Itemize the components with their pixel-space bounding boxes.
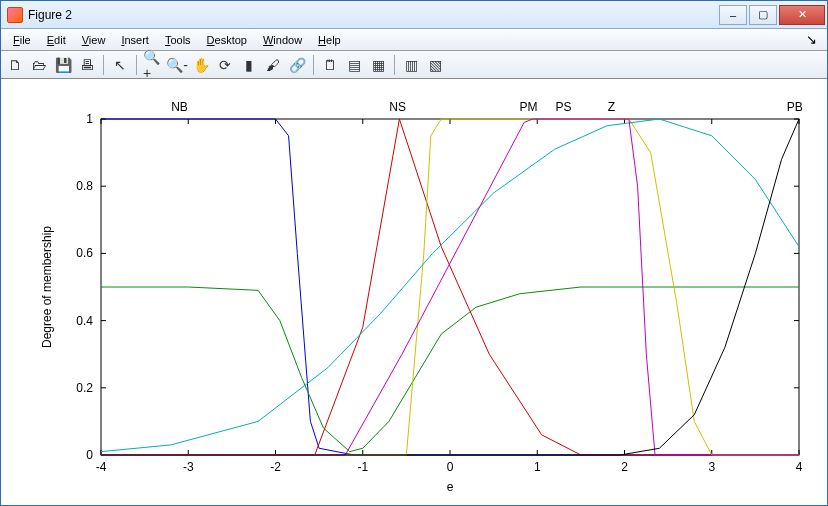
svg-text:Z: Z	[608, 100, 615, 114]
svg-text:0.4: 0.4	[76, 314, 93, 328]
svg-text:2: 2	[621, 460, 628, 474]
more-tools-icon[interactable]: ▧	[424, 54, 446, 76]
menu-desktop[interactable]: Desktop	[199, 32, 255, 48]
separator	[313, 55, 314, 75]
svg-text:3: 3	[708, 460, 715, 474]
figure-window: Figure 2 – ▢ ✕ File Edit View Insert Too…	[0, 0, 828, 506]
svg-text:-4: -4	[96, 460, 107, 474]
svg-text:NB: NB	[171, 100, 188, 114]
svg-text:PS: PS	[555, 100, 571, 114]
separator	[103, 55, 104, 75]
svg-text:1: 1	[86, 112, 93, 126]
pointer-icon[interactable]: ↖	[109, 54, 131, 76]
window-buttons: – ▢ ✕	[717, 5, 825, 25]
separator	[136, 55, 137, 75]
open-icon[interactable]: 🗁	[28, 54, 50, 76]
menu-file[interactable]: File	[5, 32, 39, 48]
hide-tools-icon[interactable]: ▥	[400, 54, 422, 76]
window-title: Figure 2	[28, 8, 717, 22]
svg-text:NS: NS	[389, 100, 406, 114]
new-figure-icon[interactable]: 🗋	[4, 54, 26, 76]
maximize-button[interactable]: ▢	[749, 5, 777, 25]
svg-text:0.8: 0.8	[76, 179, 93, 193]
pan-icon[interactable]: ✋	[190, 54, 212, 76]
menu-tools[interactable]: Tools	[157, 32, 199, 48]
menu-edit[interactable]: Edit	[39, 32, 74, 48]
insert-legend-icon[interactable]: 🗒	[319, 54, 341, 76]
dock-button[interactable]: ↘	[800, 30, 823, 49]
svg-text:0.2: 0.2	[76, 381, 93, 395]
annotate-icon[interactable]: ▦	[367, 54, 389, 76]
colorbar-icon[interactable]: ▤	[343, 54, 365, 76]
svg-text:e: e	[447, 480, 454, 494]
rotate-icon[interactable]: ⟳	[214, 54, 236, 76]
zoom-in-icon[interactable]: 🔍+	[142, 54, 164, 76]
save-icon[interactable]: 💾	[52, 54, 74, 76]
svg-text:0.6: 0.6	[76, 246, 93, 260]
menu-insert[interactable]: Insert	[113, 32, 157, 48]
svg-text:PB: PB	[787, 100, 803, 114]
menu-view[interactable]: View	[74, 32, 114, 48]
close-button[interactable]: ✕	[779, 5, 825, 25]
toolbar: 🗋 🗁 💾 🖶 ↖ 🔍+ 🔍- ✋ ⟳ ▮ 🖌 🔗 🗒 ▤ ▦ ▥ ▧	[1, 51, 827, 79]
titlebar[interactable]: Figure 2 – ▢ ✕	[1, 1, 827, 29]
brush-icon[interactable]: 🖌	[262, 54, 284, 76]
menubar: File Edit View Insert Tools Desktop Wind…	[1, 29, 827, 51]
svg-text:Degree of membership: Degree of membership	[40, 226, 54, 348]
svg-text:-3: -3	[183, 460, 194, 474]
svg-text:0: 0	[86, 448, 93, 462]
membership-plot: -4-3-2-10123400.20.40.60.81eDegree of me…	[1, 79, 827, 505]
svg-text:-2: -2	[270, 460, 281, 474]
svg-text:-1: -1	[357, 460, 368, 474]
minimize-button[interactable]: –	[719, 5, 747, 25]
svg-text:4: 4	[796, 460, 803, 474]
svg-text:1: 1	[534, 460, 541, 474]
matlab-icon	[7, 7, 23, 23]
link-icon[interactable]: 🔗	[286, 54, 308, 76]
zoom-out-icon[interactable]: 🔍-	[166, 54, 188, 76]
svg-text:0: 0	[447, 460, 454, 474]
svg-text:PM: PM	[520, 100, 538, 114]
menu-window[interactable]: Window	[255, 32, 310, 48]
separator	[394, 55, 395, 75]
menu-help[interactable]: Help	[310, 32, 349, 48]
print-icon[interactable]: 🖶	[76, 54, 98, 76]
datacursor-icon[interactable]: ▮	[238, 54, 260, 76]
figure-content: -4-3-2-10123400.20.40.60.81eDegree of me…	[1, 79, 827, 505]
